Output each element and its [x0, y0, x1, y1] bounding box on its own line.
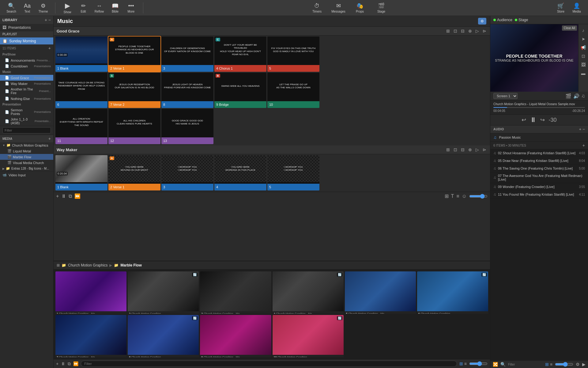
media-skip-button[interactable]: ⏩	[73, 361, 78, 366]
media-item-9[interactable]: 9 Church Motion Graphics - Ma...	[200, 315, 271, 357]
sidebar-item-presentations[interactable]: 🖼 Presentations	[0, 24, 53, 31]
slide-10[interactable]: LET THE PRAISE GO UPAS THE WALLS COME DO…	[267, 73, 319, 108]
sidebar-item-another[interactable]: 📄 Another In The Fire Present...	[0, 86, 53, 96]
slide-6[interactable]: TAKE COURAGE HOLD ON BE STRONGREMEMBER W…	[55, 73, 107, 108]
slide-1-blank[interactable]: 0:30.00 1 Blank	[55, 36, 107, 72]
screen-selector[interactable]: Screen 1	[493, 93, 518, 99]
arrow-icon[interactable]: ➤	[580, 35, 587, 43]
audio-track-1[interactable]: ♫ 02 Shout Hosanna (Featuring Kristian S…	[490, 149, 588, 157]
center-top-scroll[interactable]: Good Grace ⊞ ⊡ ⊟ ⊕ ▷ ⊳ 0:30.00 1 B	[54, 27, 490, 261]
audio-settings-btn[interactable]: ⚙	[576, 362, 580, 367]
tracks-add-button[interactable]: +	[582, 143, 585, 148]
sidebar-item-announcements[interactable]: 📄 Announcements Presentatio...	[0, 57, 53, 63]
slide-5[interactable]: FIX YOUR EYES ON THIS ONE TRUTHGOD IS MA…	[267, 36, 319, 72]
audio-track-3[interactable]: ♫ 06 The Saving One (Featuring Chris Tom…	[490, 165, 588, 172]
bible-button[interactable]: 📖 Bible	[107, 1, 123, 15]
more-button[interactable]: ••• More	[123, 1, 139, 15]
screen-video-icon[interactable]: 🎬	[565, 93, 571, 99]
audio-list-btn[interactable]: ≡	[550, 362, 552, 367]
audio-filter-button[interactable]: 🔍	[500, 362, 506, 367]
sidebar-item-nothing[interactable]: 📄 Nothing Else Presentations	[0, 96, 53, 102]
audio-grid-btn[interactable]: ⊞	[545, 362, 549, 367]
forward-button[interactable]: ⏩	[74, 193, 81, 199]
screen-music-icon[interactable]: ♫	[581, 93, 585, 99]
shuffle-button[interactable]: 🔀	[493, 362, 498, 367]
image-icon[interactable]: 🖼	[580, 61, 587, 68]
emoji-view-button[interactable]: ☺	[462, 194, 467, 199]
sidebar-media-marble[interactable]: 🎬 Marble Flow	[0, 154, 53, 160]
audio-item-passion[interactable]: ♫ Passion Music	[490, 133, 588, 142]
library-collapse-button[interactable]: −	[48, 17, 51, 22]
audio-track-5[interactable]: ♫ 09 Wonder (Featuring Crowder) [Live] 3…	[490, 183, 588, 191]
rewind-button[interactable]: ↩	[522, 117, 526, 123]
settings-button[interactable]: ⚙	[478, 18, 486, 25]
edit-button[interactable]: ✏ Edit	[76, 1, 91, 15]
size-slider[interactable]	[469, 194, 488, 199]
props-button[interactable]: 🎭 Props	[352, 1, 368, 15]
items-add-button[interactable]: +	[48, 46, 51, 51]
library-add-button[interactable]: +	[45, 17, 47, 22]
media-add-button[interactable]: +	[48, 136, 51, 141]
sidebar-item-countdown[interactable]: 📄 Countdown Presentations	[0, 63, 53, 69]
timers-button[interactable]: ⏱ Timers	[309, 1, 325, 15]
wm-grid-icon[interactable]: ⊞	[446, 147, 450, 153]
minus-30-button[interactable]: -30	[548, 117, 556, 123]
slide-11[interactable]: ALL CREATIONEVERYTHING WITH BREATH REPEA…	[55, 109, 107, 144]
wm-slide-2[interactable]: A YOU ARE HEREMOVING IN OUR MIDST 2 Vers…	[108, 155, 160, 190]
slide-12[interactable]: ALL HIS CHILDRENCLEAN HANDS PURE HEARTS …	[108, 109, 160, 144]
sidebar-item-sermon[interactable]: 📄 Sermon Points Presentations	[0, 107, 53, 117]
add-slide-button[interactable]: +	[56, 194, 59, 199]
audio-size-slider[interactable]	[555, 362, 573, 367]
sidebar-playlist-sunday[interactable]: 📋 Sunday Morning	[0, 37, 53, 44]
wm-slide-3[interactable]: I WORSHIP YOUI WORSHIP YOU 3	[161, 155, 213, 190]
slide-13[interactable]: GOOD GRACE GOOD GODHIS NAME IS JESUS 13	[161, 109, 213, 144]
audio-track-6[interactable]: ♫ 11 You Found Me (Featuring Kristian St…	[490, 191, 588, 198]
media-pause-button[interactable]: ⏸	[61, 361, 65, 366]
sidebar-video-input[interactable]: 📹 Video Input	[0, 171, 53, 178]
sidebar-filter-input[interactable]	[2, 127, 51, 133]
wm-slide-1[interactable]: 0:20.04 1 Blank	[55, 155, 107, 190]
expand-icon[interactable]: ⊡	[453, 28, 458, 34]
audio-track-2[interactable]: ♫ 05 Draw Near (Featuring Kristian Stanf…	[490, 157, 588, 165]
media-loop-btn[interactable]: ⧉	[68, 361, 71, 366]
music-note-icon[interactable]: ♪	[580, 27, 587, 34]
play-pause-button[interactable]: ⏸	[530, 116, 537, 124]
media-item-7[interactable]: 7 Church Motion Graphics - Ma...	[55, 315, 126, 357]
layout-icon[interactable]: ⊡	[580, 52, 587, 60]
stage-button[interactable]: 🎬 Stage	[374, 1, 389, 15]
wm-play-icon[interactable]: ▷	[475, 147, 480, 153]
slide-4-chorus[interactable]: C DON'T LET YOUR HEART BE TROUBLEDHOLD Y…	[214, 36, 266, 72]
wm-slide-5[interactable]: I WORSHIP YOUI WORSHIP YOU 5	[267, 155, 319, 190]
progress-bar-container[interactable]	[493, 107, 585, 108]
media-item-8[interactable]: 🔄 8 Church Motion Graphics - ...	[128, 315, 199, 357]
sidebar-media-church[interactable]: ▼ 📁 Church Motion Graphics	[0, 142, 53, 148]
wm-plus-icon[interactable]: ⊕	[468, 147, 473, 153]
sidebar-item-john[interactable]: 📄 John 1_1-3 (ASB) Presentatio...	[0, 117, 53, 126]
slide-2-verse1[interactable]: A PEOPLE COME TOGETHERSTRANGE AS NEIGHBO…	[108, 36, 160, 72]
sidebar-item-way-maker[interactable]: 📄 Way Maker Presentations	[0, 81, 53, 86]
audio-collapse-button[interactable]: −	[582, 127, 585, 132]
reflow-button[interactable]: ↔ Reflow	[92, 1, 107, 15]
audio-add-button[interactable]: +	[579, 127, 581, 132]
media-add-item-button[interactable]: +	[56, 361, 58, 366]
slide-9-bridge[interactable]: B SWING WIDE ALL YOU HEAVENS 9 Bridge	[214, 73, 266, 108]
plus-icon[interactable]: ⊕	[468, 28, 473, 34]
clear-all-button[interactable]: Clear All	[562, 25, 577, 31]
media-item-3[interactable]: 3 Church Motion Graphics - Ma...	[200, 271, 271, 314]
media-item-10[interactable]: 🔄 10 Church Motion Graphics - ...	[273, 315, 344, 357]
bars-icon[interactable]: ▬	[580, 70, 587, 77]
sidebar-media-liquid[interactable]: 🎬 Liquid Metal	[0, 148, 53, 154]
media-item-5[interactable]: 5 Church Motion Graphics - Ma...	[345, 271, 416, 314]
next-icon[interactable]: ⊳	[482, 28, 487, 34]
sidebar-item-good-grace[interactable]: 📄 Good Grace Presentations	[0, 75, 53, 81]
wm-next-icon[interactable]: ⊳	[482, 147, 487, 153]
grid-view-btn[interactable]: ⊞	[459, 361, 463, 366]
loop-button[interactable]: ⧉	[69, 194, 72, 199]
screen-audio-icon[interactable]: 🔊	[573, 93, 579, 99]
media-item-1[interactable]: 1 Church Motion Graphics - Ma...	[55, 271, 126, 314]
list-view-button[interactable]: ≡	[456, 194, 459, 199]
text-view-button[interactable]: T	[451, 194, 454, 199]
wm-slide-4[interactable]: YOU ARE HEREWORKING IN THIS PLACE 4	[214, 155, 266, 190]
audio-track-4[interactable]: ♫ 07 The Awesome God You Are (Featuring …	[490, 172, 588, 183]
list-view-btn[interactable]: ≡	[464, 361, 467, 366]
